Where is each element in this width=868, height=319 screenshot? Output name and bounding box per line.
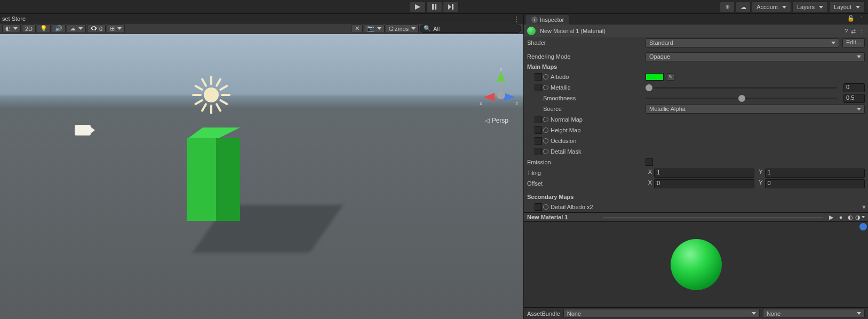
- preset-icon[interactable]: ⇄: [851, 28, 856, 35]
- tools-icon[interactable]: ✕: [352, 25, 363, 33]
- lock-icon[interactable]: 🔓: [847, 15, 855, 22]
- metallic-row: Metallic 0: [524, 82, 868, 93]
- detail-albedo-texture-slot[interactable]: [535, 203, 542, 211]
- detail-albedo-label: Detail Albedo x2: [551, 204, 593, 210]
- material-preview[interactable]: [524, 222, 868, 307]
- preview-header: New Material 1 ▶ ● ◐ ◑: [524, 212, 868, 222]
- edit-shader-button[interactable]: Edit...: [842, 38, 865, 47]
- eyedropper-icon[interactable]: ✎: [667, 73, 674, 81]
- gizmos-dropdown[interactable]: Gizmos: [386, 25, 419, 33]
- albedo-texture-slot[interactable]: [535, 73, 542, 81]
- assetbundle-dropdown[interactable]: None: [563, 309, 760, 318]
- detailmask-texture-slot[interactable]: [535, 148, 542, 155]
- preview-sphere-icon[interactable]: ●: [836, 213, 846, 221]
- audio-toggle[interactable]: 🔊: [52, 25, 66, 33]
- step-button[interactable]: [443, 2, 459, 12]
- shader-dropdown[interactable]: Standard: [646, 38, 839, 47]
- cloud-icon[interactable]: ☁: [736, 2, 751, 12]
- detail-albedo-picker-icon[interactable]: [543, 204, 548, 210]
- collab-icon[interactable]: ✳: [720, 2, 735, 12]
- albedo-row: Albedo ✎: [524, 71, 868, 82]
- play-button[interactable]: [410, 2, 426, 12]
- layers-dropdown[interactable]: Layers: [792, 2, 828, 12]
- detail-mask-label: Detail Mask: [551, 148, 581, 155]
- albedo-color-swatch[interactable]: [646, 73, 664, 81]
- preview-light-icon[interactable]: ◐: [846, 213, 855, 221]
- offset-x-field[interactable]: 0: [654, 179, 754, 188]
- occlusion-texture-slot[interactable]: [535, 137, 542, 145]
- metallic-value[interactable]: 0: [843, 83, 865, 92]
- height-texture-slot[interactable]: [535, 126, 542, 134]
- smoothness-value[interactable]: 0.5: [843, 94, 865, 103]
- emission-row: Emission: [524, 157, 868, 168]
- source-dropdown[interactable]: Metallic Alpha: [646, 105, 865, 114]
- perspective-label[interactable]: Persp: [485, 117, 508, 124]
- grid-dropdown[interactable]: ⊞: [107, 25, 125, 33]
- header-menu-icon[interactable]: ⋮: [859, 28, 865, 35]
- preview-env-icon[interactable]: ◑: [855, 213, 865, 221]
- directional-light-gizmo[interactable]: [192, 76, 230, 114]
- scene-search[interactable]: 🔍All: [420, 25, 521, 33]
- normal-picker-icon[interactable]: [543, 117, 548, 122]
- detailmask-picker-icon[interactable]: [543, 149, 548, 154]
- normal-texture-slot[interactable]: [535, 116, 542, 123]
- green-cube[interactable]: [187, 127, 240, 221]
- 2d-toggle[interactable]: 2D: [22, 25, 36, 33]
- inspector-tabbar: i Inspector 🔓⋮: [524, 14, 868, 25]
- tiling-y-field[interactable]: 1: [765, 169, 865, 178]
- account-label: Account: [756, 4, 778, 10]
- orientation-gizmo[interactable]: y x z: [482, 71, 514, 109]
- occlusion-picker-icon[interactable]: [543, 138, 548, 143]
- layout-dropdown[interactable]: Layout: [829, 2, 865, 12]
- assetbundle-row: AssetBundle None None: [524, 307, 868, 319]
- inspector-tab[interactable]: i Inspector: [526, 15, 569, 25]
- top-toolbar: ✳ ☁ Account Layers Layout: [0, 0, 868, 14]
- rendering-mode-row: Rendering Mode Opaque: [524, 51, 868, 62]
- emission-checkbox[interactable]: [646, 158, 653, 166]
- help-icon[interactable]: ?: [845, 28, 848, 35]
- tiling-x-label: X: [646, 169, 652, 178]
- inspector-panel: i Inspector 🔓⋮ New Material 1 (Material)…: [523, 14, 868, 319]
- material-preview-icon: [527, 27, 536, 35]
- shading-mode-dropdown[interactable]: ◐: [2, 25, 21, 33]
- svg-rect-1: [432, 4, 434, 10]
- panel-menu-icon[interactable]: ⋮: [859, 15, 865, 22]
- svg-marker-3: [448, 4, 451, 10]
- detail-mask-row: Detail Mask: [524, 146, 868, 157]
- search-icon: 🔍: [424, 25, 431, 32]
- asset-store-tab[interactable]: set Store ⋮: [0, 14, 523, 23]
- detail-albedo-row: Detail Albedo x2 ▼: [524, 202, 868, 212]
- rendering-mode-dropdown[interactable]: Opaque: [646, 52, 865, 61]
- camera-gizmo[interactable]: [75, 125, 91, 135]
- metallic-slider[interactable]: [646, 83, 837, 92]
- albedo-picker-icon[interactable]: [543, 74, 548, 79]
- svg-rect-2: [435, 4, 436, 10]
- pause-button[interactable]: [426, 2, 442, 12]
- preview-tag-icon[interactable]: [859, 223, 867, 230]
- tiling-x-field[interactable]: 1: [654, 169, 754, 178]
- offset-y-field[interactable]: 0: [765, 179, 865, 188]
- height-picker-icon[interactable]: [543, 127, 548, 133]
- asset-store-label: set Store: [2, 15, 26, 22]
- scene-viewport[interactable]: Persp y x z: [0, 34, 523, 319]
- camera-settings-dropdown[interactable]: 📷: [364, 25, 385, 33]
- offset-y-label: Y: [756, 179, 763, 188]
- hidden-objects[interactable]: 👁‍🗨0: [87, 25, 106, 33]
- material-header: New Material 1 (Material) ? ⇄ ⋮: [524, 25, 868, 37]
- metallic-texture-slot[interactable]: [535, 84, 542, 91]
- metallic-picker-icon[interactable]: [543, 85, 548, 90]
- occlusion-label: Occlusion: [551, 138, 576, 144]
- assetbundle-variant-dropdown[interactable]: None: [763, 309, 865, 318]
- smoothness-slider[interactable]: [646, 94, 837, 103]
- scroll-down-icon[interactable]: ▼: [861, 204, 867, 210]
- material-title: New Material 1 (Material): [540, 28, 840, 34]
- tiling-row: Tiling X 1 Y 1: [524, 168, 868, 178]
- albedo-label: Albedo: [551, 74, 569, 80]
- lighting-toggle[interactable]: 💡: [37, 25, 51, 33]
- preview-play-icon[interactable]: ▶: [826, 213, 836, 221]
- tab-menu-icon[interactable]: ⋮: [513, 15, 520, 23]
- fx-dropdown[interactable]: ☁: [67, 25, 86, 33]
- height-map-label: Height Map: [551, 127, 580, 133]
- account-dropdown[interactable]: Account: [752, 2, 791, 12]
- offset-row: Offset X 0 Y 0: [524, 178, 868, 189]
